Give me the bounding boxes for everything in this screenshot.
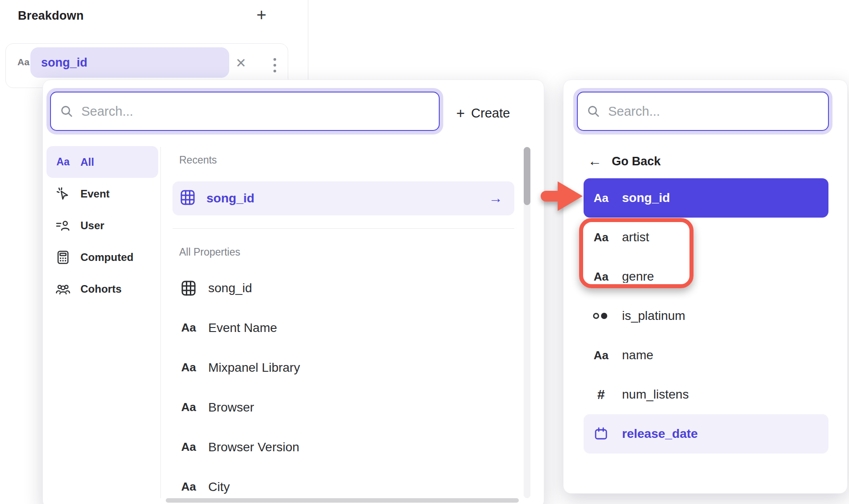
number-type-icon: # bbox=[597, 387, 605, 402]
text-type-icon: Aa bbox=[593, 191, 608, 205]
search-field-focus-ring bbox=[573, 88, 832, 134]
property-item-browser[interactable]: Aa Browser bbox=[172, 387, 514, 427]
property-item-song-id[interactable]: song_id bbox=[172, 268, 514, 308]
grid-table-icon bbox=[180, 280, 198, 296]
cursor-click-icon bbox=[55, 186, 71, 202]
sidebar-item-event[interactable]: Event bbox=[46, 178, 158, 210]
text-type-icon: Aa bbox=[593, 349, 608, 362]
text-type-icon: Aa bbox=[593, 231, 608, 244]
sidebar-item-cohorts[interactable]: Cohorts bbox=[46, 273, 158, 305]
grid-table-icon bbox=[180, 189, 196, 207]
drilldown-item-genre[interactable]: Aa genre bbox=[584, 257, 828, 296]
drill-in-arrow-icon[interactable]: → bbox=[489, 190, 503, 206]
horizontal-scrollbar-thumb[interactable] bbox=[166, 498, 519, 503]
property-item-browser-version[interactable]: Aa Browser Version bbox=[172, 427, 514, 467]
category-sidebar: Aa All Event bbox=[46, 146, 158, 305]
text-type-icon: Aa bbox=[593, 270, 608, 284]
red-annotation-arrow bbox=[534, 180, 584, 213]
text-type-icon: Aa bbox=[56, 156, 69, 168]
text-type-icon: Aa bbox=[181, 440, 196, 454]
property-picker-panel: + Create Aa All Event bbox=[42, 80, 544, 504]
property-item-event-name[interactable]: Aa Event Name bbox=[172, 308, 514, 348]
drilldown-item-is-platinum[interactable]: is_platinum bbox=[584, 296, 828, 336]
drilldown-item-release-date[interactable]: release_date bbox=[584, 414, 828, 454]
search-input[interactable] bbox=[608, 104, 819, 119]
search-field-focus-ring bbox=[46, 88, 443, 134]
remove-breakdown-icon[interactable]: ✕ bbox=[235, 55, 246, 71]
add-breakdown-button[interactable]: + bbox=[256, 6, 266, 23]
search-box[interactable] bbox=[577, 92, 829, 131]
text-type-icon: Aa bbox=[181, 321, 196, 335]
all-properties-header: All Properties bbox=[179, 246, 240, 258]
sidebar-item-computed[interactable]: Computed bbox=[46, 241, 158, 273]
sidebar-divider bbox=[160, 147, 161, 498]
search-box[interactable] bbox=[50, 92, 440, 131]
people-group-icon bbox=[55, 281, 71, 297]
search-input[interactable] bbox=[81, 104, 430, 119]
person-lines-icon bbox=[55, 218, 71, 233]
drilldown-property-list: Aa song_id Aa artist Aa genre is_platinu… bbox=[584, 178, 828, 454]
create-property-button[interactable]: + Create bbox=[456, 100, 510, 126]
breakdown-chip-value-pill[interactable]: song_id bbox=[30, 47, 229, 78]
breakdown-chip-value: song_id bbox=[41, 56, 88, 70]
drilldown-item-name[interactable]: Aa name bbox=[584, 336, 828, 375]
section-divider bbox=[172, 228, 514, 229]
text-type-icon: Aa bbox=[181, 400, 196, 414]
text-type-icon: Aa bbox=[181, 361, 196, 374]
drilldown-item-num-listens[interactable]: # num_listens bbox=[584, 375, 828, 414]
event-property-drilldown-panel: ← Go Back Aa song_id Aa artist Aa genre … bbox=[563, 80, 848, 494]
boolean-type-icon bbox=[592, 311, 610, 320]
plus-icon: + bbox=[456, 106, 465, 121]
app-column-divider bbox=[308, 0, 308, 80]
calendar-icon bbox=[592, 427, 610, 441]
sidebar-item-all[interactable]: Aa All bbox=[46, 146, 158, 178]
property-list: song_id Aa Event Name Aa Mixpanel Librar… bbox=[172, 268, 514, 504]
calculator-icon bbox=[55, 250, 71, 265]
drilldown-item-song-id[interactable]: Aa song_id bbox=[584, 178, 828, 218]
recents-header: Recents bbox=[179, 154, 217, 166]
recent-property-song-id[interactable]: song_id → bbox=[172, 181, 514, 215]
search-icon bbox=[587, 105, 600, 118]
go-back-button[interactable]: ← Go Back bbox=[588, 150, 661, 173]
back-arrow-icon: ← bbox=[588, 153, 602, 169]
drilldown-item-artist[interactable]: Aa artist bbox=[584, 218, 828, 257]
more-options-icon[interactable] bbox=[266, 54, 284, 77]
sidebar-item-user[interactable]: User bbox=[46, 210, 158, 241]
text-type-icon: Aa bbox=[181, 480, 196, 494]
vertical-scrollbar-thumb[interactable] bbox=[524, 147, 530, 205]
search-icon bbox=[60, 105, 73, 118]
breakdown-section-title: Breakdown bbox=[18, 9, 84, 23]
property-item-mixpanel-library[interactable]: Aa Mixpanel Library bbox=[172, 348, 514, 387]
string-type-icon: Aa bbox=[17, 57, 29, 67]
